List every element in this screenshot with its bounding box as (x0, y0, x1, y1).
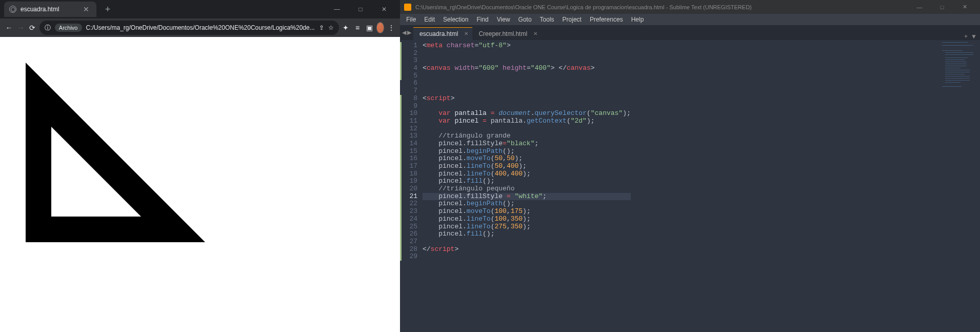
code-line[interactable]: </script> (423, 246, 631, 253)
sublime-menubar: FileEditSelectionFindViewGotoToolsProjec… (400, 14, 980, 25)
line-number: 19 (402, 178, 417, 185)
new-tab-plus-icon[interactable]: + (964, 33, 968, 40)
close-tab-icon[interactable]: ✕ (464, 31, 468, 36)
profile-avatar[interactable] (376, 22, 385, 33)
reload-button[interactable]: ⟳ (28, 21, 37, 35)
code-line[interactable]: pincel.fill(); (423, 230, 631, 238)
line-number: 10 (402, 110, 417, 118)
code-line[interactable]: pincel.beginPath(); (423, 200, 631, 208)
code-line[interactable] (423, 50, 631, 57)
code-line[interactable]: var pantalla = document.querySelector("c… (423, 110, 631, 118)
editor-body[interactable]: 1234567891011121314151617181920212223242… (400, 40, 980, 332)
line-number: 24 (402, 216, 417, 223)
chrome-toolbar: ← → ⟳ ⓘ Archivo C:/Users/ma_rg/OneDrive/… (0, 18, 400, 37)
tab-dropdown-icon[interactable]: ▼ (971, 33, 977, 40)
file-tab[interactable]: Creeper.html.html✕ (472, 27, 542, 40)
code-line[interactable] (423, 72, 631, 80)
menu-help[interactable]: Help (627, 15, 648, 24)
code-line[interactable]: pincel.lineTo(275,350); (423, 223, 631, 231)
code-line[interactable] (423, 238, 631, 246)
new-tab-button[interactable]: + (102, 3, 114, 15)
browser-tab[interactable]: escuadra.html ✕ (4, 2, 96, 17)
sublime-window-controls: — □ ✕ (908, 0, 976, 14)
code-line[interactable]: //triángulo grande (423, 132, 631, 140)
line-number: 5 (402, 72, 417, 80)
line-number: 2 (402, 50, 417, 57)
menu-project[interactable]: Project (558, 15, 586, 24)
modified-indicator (400, 42, 402, 80)
line-number: 23 (402, 208, 417, 216)
minimap[interactable] (939, 41, 980, 92)
line-number: 16 (402, 155, 417, 163)
back-button[interactable]: ← (4, 21, 14, 35)
menu-file[interactable]: File (402, 15, 420, 24)
code-line[interactable]: pincel.fillStyle="black"; (423, 140, 631, 148)
code-line[interactable]: pincel.moveTo(50,50); (423, 155, 631, 163)
menu-selection[interactable]: Selection (439, 15, 472, 24)
address-bar[interactable]: ⓘ Archivo C:/Users/ma_rg/OneDrive/Docume… (39, 21, 339, 35)
code-line[interactable] (423, 103, 631, 110)
menu-tools[interactable]: Tools (536, 15, 558, 24)
code-line[interactable]: pincel.fillStyle = "white"; (423, 193, 631, 201)
tab-forward-icon[interactable]: ▶ (407, 29, 411, 36)
close-window-button[interactable]: ✕ (372, 0, 396, 18)
code-line[interactable]: <script> (423, 95, 631, 103)
chrome-tabstrip: escuadra.html ✕ + — □ ✕ (0, 0, 400, 18)
close-window-button[interactable]: ✕ (953, 0, 976, 14)
code-area[interactable]: <meta charset="utf-8"> <canvas width="60… (423, 40, 631, 332)
code-line[interactable]: //triángulo pequeño (423, 185, 631, 193)
modified-indicator (400, 95, 402, 261)
kebab-menu-icon[interactable]: ⋮ (386, 21, 396, 35)
file-tab-label: Creeper.html.html (478, 30, 527, 37)
line-number: 11 (402, 118, 417, 125)
minimize-button[interactable]: — (908, 0, 931, 14)
line-number: 15 (402, 148, 417, 155)
bookmark-star-icon[interactable]: ☆ (328, 24, 334, 31)
code-line[interactable] (423, 253, 631, 261)
line-number: 26 (402, 230, 417, 238)
code-line[interactable]: pincel.lineTo(400,400); (423, 170, 631, 178)
tab-back-icon[interactable]: ◀ (402, 29, 406, 36)
maximize-button[interactable]: □ (931, 0, 953, 14)
code-line[interactable]: var pincel = pantalla.getContext("2d"); (423, 118, 631, 125)
code-line[interactable]: pincel.fill(); (423, 178, 631, 185)
code-line[interactable] (423, 125, 631, 133)
code-line[interactable]: pincel.moveTo(100,175); (423, 208, 631, 216)
sublime-title-text: C:\Users\ma_rg\OneDrive\Documentos\Oracl… (415, 4, 908, 10)
reading-list-icon[interactable]: ≡ (353, 21, 363, 35)
sidepanel-icon[interactable]: ▣ (365, 21, 374, 35)
line-number: 4 (402, 65, 417, 72)
page-viewport (0, 37, 400, 332)
code-line[interactable]: pincel.lineTo(100,350); (423, 216, 631, 223)
code-line[interactable] (423, 57, 631, 65)
tab-history-nav: ◀ ▶ (400, 25, 413, 40)
maximize-button[interactable]: □ (349, 0, 372, 18)
site-info-icon[interactable]: ⓘ (45, 24, 51, 32)
tabbar-end: + ▼ (961, 33, 980, 40)
file-tab[interactable]: escuadra.html✕ (413, 27, 472, 40)
close-tab-icon[interactable]: ✕ (533, 31, 537, 36)
line-number: 27 (402, 238, 417, 246)
menu-view[interactable]: View (493, 15, 514, 24)
code-line[interactable]: pincel.lineTo(50,400); (423, 163, 631, 170)
code-line[interactable] (423, 87, 631, 95)
menu-preferences[interactable]: Preferences (586, 15, 627, 24)
code-line[interactable]: <canvas width="600" height="400"> </canv… (423, 65, 631, 72)
line-number: 20 (402, 185, 417, 193)
sublime-tabs: escuadra.html✕Creeper.html.html✕ (413, 27, 542, 40)
menu-edit[interactable]: Edit (420, 15, 439, 24)
share-icon[interactable]: ⇪ (319, 24, 324, 31)
sublime-logo-icon (404, 4, 411, 11)
code-line[interactable]: pincel.beginPath(); (423, 148, 631, 155)
forward-button[interactable]: → (16, 21, 26, 35)
menu-goto[interactable]: Goto (514, 15, 536, 24)
menu-find[interactable]: Find (472, 15, 492, 24)
globe-icon (9, 6, 16, 13)
code-line[interactable] (423, 80, 631, 87)
close-tab-icon[interactable]: ✕ (81, 5, 91, 13)
minimize-button[interactable]: — (325, 0, 349, 18)
code-line[interactable]: <meta charset="utf-8"> (423, 42, 631, 50)
line-number: 21 (402, 193, 417, 201)
extensions-icon[interactable]: ✦ (341, 21, 351, 35)
line-number: 1 (402, 42, 417, 50)
